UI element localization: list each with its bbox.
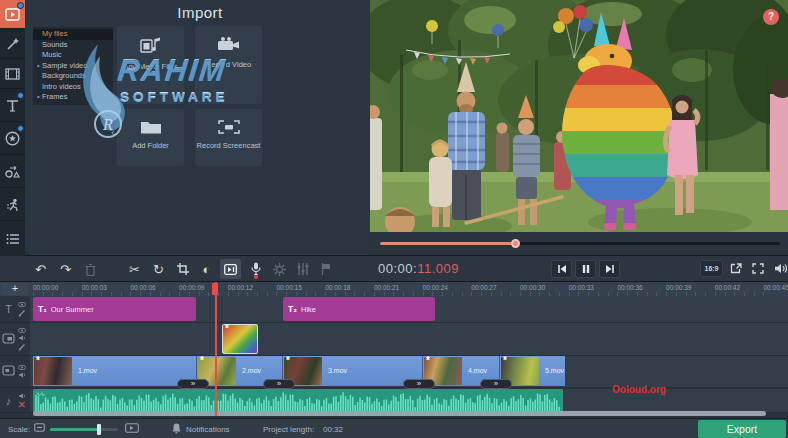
- clip-properties-button[interactable]: [220, 259, 241, 279]
- video-track-header[interactable]: [0, 356, 30, 388]
- volume-button[interactable]: [771, 260, 788, 277]
- sidebar-item-callouts[interactable]: [0, 156, 25, 188]
- settings-button[interactable]: [269, 259, 290, 279]
- transition-marker[interactable]: »: [480, 379, 512, 389]
- rotate-button[interactable]: ↻: [148, 259, 169, 279]
- ruler-label: 00:00:09: [179, 284, 204, 291]
- record-screencast-icon: [217, 119, 241, 135]
- transition-marker[interactable]: »: [263, 379, 295, 389]
- sidebar-item-media-import[interactable]: [0, 0, 25, 29]
- category-frames[interactable]: •Frames: [33, 92, 113, 103]
- gear-icon: [273, 263, 286, 276]
- export-button[interactable]: Export: [698, 420, 786, 438]
- timeline-ruler[interactable]: 00:00:0000:00:0300:00:0600:00:0900:00:12…: [0, 282, 788, 296]
- playhead-cap[interactable]: [212, 283, 218, 295]
- bell-icon[interactable]: [172, 423, 181, 434]
- detach-player-button[interactable]: [727, 260, 745, 277]
- transition-marker[interactable]: »: [177, 379, 209, 389]
- ruler-label: 00:00:00: [33, 284, 58, 291]
- sidebar-item-stickers[interactable]: [0, 123, 25, 155]
- link-pencil-icon[interactable]: [18, 343, 26, 351]
- ruler-label: 00:00:18: [325, 284, 350, 291]
- sidebar-item-track-tools[interactable]: [0, 222, 25, 255]
- panel-title: Import: [25, 4, 375, 21]
- video-clip-3[interactable]: * 3.mov: [283, 356, 423, 386]
- record-screencast-button[interactable]: Record Screencast: [195, 109, 262, 166]
- playhead[interactable]: [215, 282, 217, 416]
- add-media-files-button[interactable]: Add Media Files: [117, 26, 184, 104]
- record-voiceover-button[interactable]: [245, 259, 266, 279]
- timeline-horizontal-scrollbar[interactable]: [33, 411, 766, 416]
- category-sample-video[interactable]: •Sample video: [33, 61, 113, 72]
- titles-text-icon: [6, 99, 19, 112]
- link-pencil-icon[interactable]: [18, 309, 26, 317]
- eye-icon[interactable]: [18, 302, 26, 307]
- previous-frame-button[interactable]: [551, 260, 572, 278]
- marker-flag-button[interactable]: [315, 259, 336, 279]
- preview-frame-party-scene: [370, 0, 788, 232]
- seek-track[interactable]: [380, 242, 780, 245]
- color-adjustments-button[interactable]: ◐: [196, 259, 217, 279]
- category-sounds[interactable]: Sounds: [33, 40, 113, 51]
- fit-timeline-icon[interactable]: [125, 423, 139, 433]
- scale-slider[interactable]: [50, 428, 118, 431]
- audio-track-row[interactable]: ∿∿: [30, 389, 788, 413]
- overlay-image-clip[interactable]: *: [222, 324, 258, 354]
- pause-button[interactable]: [575, 260, 596, 278]
- video-preview[interactable]: ?: [370, 0, 788, 232]
- microphone-icon: [251, 262, 261, 276]
- speaker-icon[interactable]: [18, 393, 26, 399]
- sidebar-item-animation[interactable]: [0, 189, 25, 221]
- title-clip-hike[interactable]: T₂Hike: [283, 297, 435, 321]
- overlay-track-header[interactable]: [0, 323, 30, 356]
- undo-button[interactable]: ↶: [30, 259, 51, 279]
- ruler-label: 00:00:06: [130, 284, 155, 291]
- sidebar-item-titles[interactable]: [0, 90, 25, 122]
- title-track-header[interactable]: T: [0, 296, 30, 323]
- speaker-icon[interactable]: [18, 335, 26, 341]
- title-track-row[interactable]: T₁Our Summer T₂Hike: [30, 296, 788, 323]
- delete-button[interactable]: [80, 259, 101, 279]
- ruler-label: 00:00:42: [715, 284, 740, 291]
- controls-row: ↶ ↷ ✂ ↻ ◐ 00:00:11.009: [0, 255, 788, 282]
- aspect-ratio-button[interactable]: 16:9: [700, 260, 723, 277]
- add-track-button[interactable]: +: [2, 283, 28, 295]
- overlay-track-row[interactable]: *: [30, 323, 788, 356]
- sample-star-icon: *: [286, 356, 290, 366]
- ruler-label: 00:00:39: [666, 284, 691, 291]
- video-clip-1[interactable]: * 1.mov: [33, 356, 197, 386]
- eye-icon[interactable]: [18, 328, 26, 333]
- category-my-files[interactable]: My files: [33, 29, 113, 40]
- fullscreen-button[interactable]: [749, 260, 767, 277]
- audio-track-header[interactable]: ♪: [0, 389, 30, 413]
- crop-button[interactable]: [172, 259, 193, 279]
- eye-icon[interactable]: [18, 365, 26, 370]
- category-intro-videos[interactable]: Intro videos: [33, 82, 113, 93]
- track-controls-button[interactable]: [292, 259, 313, 279]
- category-backgrounds[interactable]: Backgrounds: [33, 71, 113, 82]
- seek-handle[interactable]: [511, 239, 520, 248]
- speaker-icon: [774, 263, 787, 274]
- record-video-button[interactable]: Record Video: [195, 26, 262, 104]
- add-folder-button[interactable]: Add Folder: [117, 109, 184, 166]
- help-badge[interactable]: ?: [763, 9, 779, 25]
- pause-icon: [582, 264, 590, 274]
- unlink-cross-icon[interactable]: [18, 401, 26, 408]
- ruler-label: 00:00:36: [617, 284, 642, 291]
- sidebar-item-transitions[interactable]: [0, 60, 25, 89]
- speaker-icon[interactable]: [18, 372, 26, 378]
- clip-properties-icon: [224, 264, 237, 275]
- category-music[interactable]: Music: [33, 50, 113, 61]
- notifications-label[interactable]: Notifications: [186, 425, 230, 434]
- transition-marker[interactable]: »: [403, 379, 435, 389]
- zoom-out-icon[interactable]: [34, 423, 45, 432]
- collapse-panel-button[interactable]: ‹: [109, 122, 117, 144]
- split-button[interactable]: ✂: [124, 259, 145, 279]
- scale-slider-handle[interactable]: [97, 424, 101, 435]
- next-frame-button[interactable]: [599, 260, 620, 278]
- audio-clip[interactable]: ∿∿: [33, 389, 563, 413]
- title-clip-our-summer[interactable]: T₁Our Summer: [33, 297, 196, 321]
- audio-waveform: [33, 389, 563, 413]
- sidebar-item-filters[interactable]: [0, 30, 25, 59]
- redo-button[interactable]: ↷: [55, 259, 76, 279]
